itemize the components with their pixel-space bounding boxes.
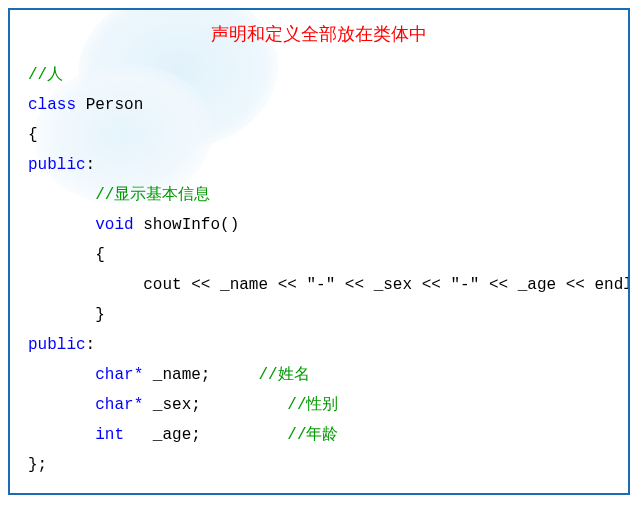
- comment-showinfo: //显示基本信息: [95, 186, 210, 204]
- m-sex: _sex;: [153, 396, 201, 414]
- title: 声明和定义全部放在类体中: [28, 22, 610, 46]
- code-frame: 声明和定义全部放在类体中 //人 class Person { public: …: [8, 8, 630, 495]
- comment-person: //人: [28, 66, 63, 84]
- colon-2: :: [86, 336, 96, 354]
- brace-close: };: [28, 456, 47, 474]
- colon-1: :: [86, 156, 96, 174]
- kw-void: void: [95, 216, 133, 234]
- m-name: _name;: [153, 366, 211, 384]
- c-name: //姓名: [258, 366, 309, 384]
- c-sex: //性别: [287, 396, 338, 414]
- c-age: //年龄: [287, 426, 338, 444]
- ty-charp-1: char*: [95, 366, 143, 384]
- public-1: public: [28, 156, 86, 174]
- kw-class: class: [28, 96, 76, 114]
- content: 声明和定义全部放在类体中 //人 class Person { public: …: [28, 22, 610, 480]
- fn-name: showInfo: [143, 216, 220, 234]
- code-block: //人 class Person { public: //显示基本信息 void…: [28, 60, 610, 480]
- m-age: _age;: [153, 426, 201, 444]
- fn-brace-close: }: [95, 306, 105, 324]
- fn-brace-open: {: [95, 246, 105, 264]
- ty-int: int: [95, 426, 124, 444]
- brace-open: {: [28, 126, 38, 144]
- ty-charp-2: char*: [95, 396, 143, 414]
- cout-line: cout << _name << "-" << _sex << "-" << _…: [143, 276, 630, 294]
- fn-parens: (): [220, 216, 239, 234]
- class-name: Person: [86, 96, 144, 114]
- public-2: public: [28, 336, 86, 354]
